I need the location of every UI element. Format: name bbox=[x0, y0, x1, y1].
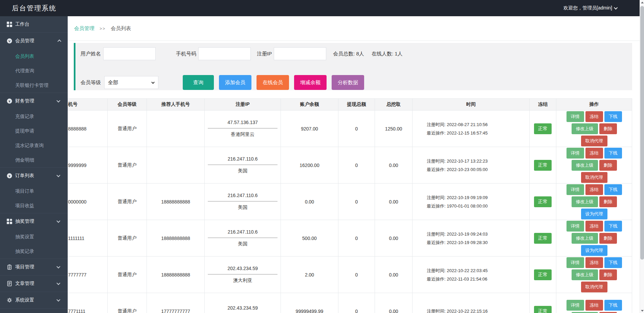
phone-cell: 9999999 bbox=[68, 147, 108, 183]
sidebar-item-lottery-management[interactable]: 抽奖管理 bbox=[0, 213, 68, 230]
detail-button[interactable]: 详情 bbox=[567, 111, 584, 122]
sidebar-section-system-settings: 系统设置 bbox=[0, 292, 68, 309]
freeze-button[interactable]: 冻结 bbox=[585, 184, 603, 195]
sidebar-subitem[interactable]: 提现申请 bbox=[0, 124, 68, 138]
register-ip-input[interactable] bbox=[274, 47, 326, 60]
sidebar-subitem[interactable]: 充值记录 bbox=[0, 109, 68, 124]
phone-input[interactable] bbox=[198, 47, 251, 60]
member-level-cell: 普通用户 bbox=[108, 220, 147, 256]
add-member-button[interactable]: 添加会员 bbox=[219, 75, 251, 90]
balance-cell: 9207.00 bbox=[281, 111, 338, 147]
sidebar-item-article-management[interactable]: 文章管理 bbox=[0, 275, 68, 292]
change-referrer-button[interactable]: 修改上级 bbox=[572, 160, 598, 171]
online-members-button[interactable]: 在线会员 bbox=[257, 75, 289, 90]
change-referrer-button[interactable]: 修改上级 bbox=[572, 269, 598, 280]
scroll-up-arrow[interactable] bbox=[640, 0, 644, 5]
delete-button[interactable]: 删除 bbox=[599, 123, 617, 134]
offline-button[interactable]: 下线 bbox=[604, 148, 622, 159]
sidebar-item-label: 工作台 bbox=[15, 21, 68, 27]
sidebar-subitem[interactable]: 代理查询 bbox=[0, 64, 68, 78]
sidebar-item-member-management[interactable]: V会员管理 bbox=[0, 33, 68, 49]
svg-text:¥: ¥ bbox=[8, 174, 10, 178]
filter-buttons: 查询添加会员在线会员增减余额分析数据 bbox=[183, 75, 369, 90]
offline-button[interactable]: 下线 bbox=[604, 300, 622, 311]
cancel-agent-button[interactable]: 取消代理 bbox=[581, 172, 607, 183]
freeze-button[interactable]: 冻结 bbox=[585, 300, 603, 311]
breadcrumb-current: 会员列表 bbox=[111, 25, 131, 31]
sidebar-subitem[interactable]: 佣金明细 bbox=[0, 153, 68, 167]
total-mined-cell: 1250.00 bbox=[375, 111, 413, 147]
balance-cell: 2.00 bbox=[281, 257, 338, 293]
sidebar-subitem[interactable]: 关联银行卡管理 bbox=[0, 78, 68, 93]
offline-button[interactable]: 下线 bbox=[604, 111, 622, 122]
adjust-balance-button[interactable]: 增减余额 bbox=[294, 75, 327, 90]
freeze-button[interactable]: 冻结 bbox=[585, 111, 603, 122]
freeze-status-cell: 正常 bbox=[530, 293, 556, 313]
actions-cell: 详情冻结下线修改上级删除取消代理 bbox=[556, 147, 632, 183]
freeze-button[interactable]: 冻结 bbox=[585, 221, 603, 232]
page: 后台管理系统 欢迎您，管理员[admin] 工作台V会员管理会员列表代理查询关联… bbox=[0, 0, 644, 313]
user-menu[interactable]: 欢迎您，管理员[admin] bbox=[563, 0, 618, 16]
cancel-agent-button[interactable]: 取消代理 bbox=[581, 282, 607, 292]
sidebar-subitem[interactable]: 项目订单 bbox=[0, 184, 68, 198]
member-level-label: 会员等级 bbox=[81, 79, 101, 86]
cancel-agent-button[interactable]: 取消代理 bbox=[581, 136, 607, 146]
breadcrumb-parent-link[interactable]: 会员管理 bbox=[74, 25, 94, 31]
action-button-row: 详情冻结下线 bbox=[566, 300, 623, 311]
offline-button[interactable]: 下线 bbox=[604, 257, 622, 268]
column-header: 会员等级 bbox=[108, 99, 147, 110]
sidebar-subitem[interactable]: 流水记录查询 bbox=[0, 138, 68, 153]
balance-cell: 500.00 bbox=[281, 220, 338, 256]
sidebar-subitem[interactable]: 会员列表 bbox=[0, 49, 68, 64]
time-line: 最近操作: 2022-10-23 00:05:00 bbox=[427, 165, 488, 174]
change-referrer-button[interactable]: 修改上级 bbox=[572, 196, 598, 207]
detail-button[interactable]: 详情 bbox=[567, 300, 584, 311]
online-count-stat: 在线人数: 1人 bbox=[372, 51, 403, 57]
total-mined-cell: 0.00 bbox=[375, 257, 413, 293]
change-referrer-button[interactable]: 修改上级 bbox=[572, 123, 598, 134]
phone-cell: 1111111 bbox=[68, 220, 108, 256]
detail-button[interactable]: 详情 bbox=[567, 148, 584, 159]
dashboard-icon bbox=[7, 22, 12, 27]
freeze-button[interactable]: 冻结 bbox=[585, 257, 603, 268]
sidebar-item-label: 抽奖管理 bbox=[15, 218, 58, 224]
action-button-row: 详情冻结下线 bbox=[566, 148, 623, 159]
change-referrer-button[interactable]: 修改上级 bbox=[572, 312, 598, 313]
member-level-select[interactable]: 全部 bbox=[104, 76, 158, 89]
filter-row-2: 会员等级 全部 查询添加会员在线会员增减余额分析数据 bbox=[81, 75, 369, 90]
analyze-data-button[interactable]: 分析数据 bbox=[332, 75, 364, 90]
delete-button[interactable]: 删除 bbox=[599, 312, 617, 313]
offline-button[interactable]: 下线 bbox=[604, 184, 622, 195]
phone-label: 手机号码 bbox=[176, 51, 196, 57]
sidebar-subitem[interactable]: 项目收益 bbox=[0, 198, 68, 213]
delete-button[interactable]: 删除 bbox=[599, 160, 617, 171]
scrollbar-thumb[interactable] bbox=[640, 6, 644, 260]
username-input[interactable] bbox=[103, 47, 156, 60]
vertical-scrollbar[interactable] bbox=[640, 0, 644, 313]
sidebar-item-workbench[interactable]: 工作台 bbox=[0, 16, 68, 32]
sidebar-subitem[interactable]: 抽奖记录 bbox=[0, 244, 68, 259]
delete-button[interactable]: 删除 bbox=[599, 233, 617, 244]
change-referrer-button[interactable]: 修改上级 bbox=[572, 233, 598, 244]
table-row: 7771111普通用户17777777777202.43.234.5999999… bbox=[68, 293, 632, 313]
column-header: 机号 bbox=[68, 99, 108, 110]
query-button[interactable]: 查询 bbox=[183, 75, 214, 90]
sidebar-item-order-list[interactable]: ¥订单列表 bbox=[0, 168, 68, 184]
detail-button[interactable]: 详情 bbox=[567, 184, 584, 195]
set-agent-button[interactable]: 设为代理 bbox=[581, 245, 607, 256]
detail-button[interactable]: 详情 bbox=[567, 257, 584, 268]
delete-button[interactable]: 删除 bbox=[599, 269, 617, 280]
sidebar-item-system-settings[interactable]: 系统设置 bbox=[0, 292, 68, 308]
sidebar-item-finance-management[interactable]: ¥财务管理 bbox=[0, 93, 68, 109]
sidebar-subitem[interactable]: 抽奖设置 bbox=[0, 230, 68, 244]
offline-button[interactable]: 下线 bbox=[604, 221, 622, 232]
freeze-button[interactable]: 冻结 bbox=[585, 148, 603, 159]
table-header-row: 机号会员等级推荐人手机号注册IP账户余额提现总额总挖取时间冻结操作 bbox=[68, 98, 632, 111]
detail-button[interactable]: 详情 bbox=[567, 221, 584, 232]
breadcrumb-separator: >> bbox=[99, 26, 106, 31]
app-title: 后台管理系统 bbox=[12, 0, 57, 16]
delete-button[interactable]: 删除 bbox=[599, 196, 617, 207]
scroll-down-arrow[interactable] bbox=[640, 308, 644, 313]
set-agent-button[interactable]: 设为代理 bbox=[581, 209, 607, 219]
sidebar-item-project-management[interactable]: 项目管理 bbox=[0, 259, 68, 275]
